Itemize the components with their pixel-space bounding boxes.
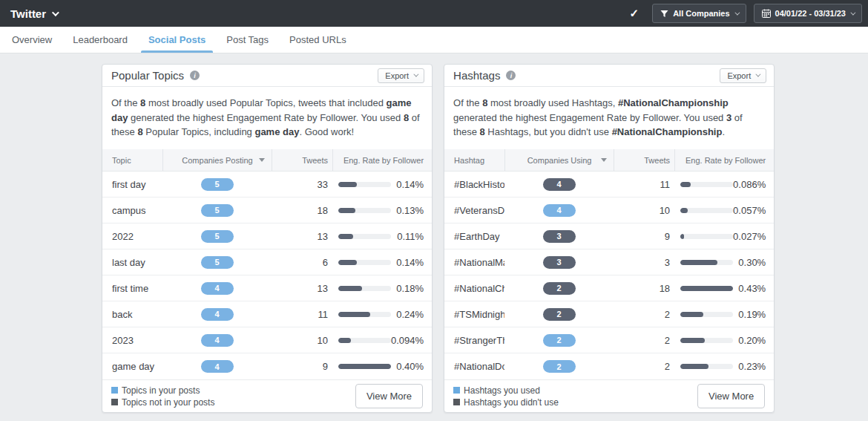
export-button[interactable]: Export <box>378 68 424 83</box>
top-bar: Twitter ✓ All Companies 04/01/22 - 03/31… <box>0 0 868 27</box>
companies-filter-label: All Companies <box>673 9 729 18</box>
popular-topics-card: Popular Topics i Export Of the 8 most br… <box>102 64 433 413</box>
sort-caret-icon[interactable] <box>259 158 265 162</box>
eng-rate-value: 0.18% <box>391 283 424 294</box>
table-row: first time 4 13 0.18% <box>102 275 432 301</box>
companies-count-pill: 4 <box>201 282 234 295</box>
eng-rate-bar-fill <box>680 364 708 369</box>
tweets-count: 2 <box>614 309 674 320</box>
card-title: Hashtags <box>453 69 500 82</box>
eng-rate-value: 0.40% <box>391 361 424 372</box>
column-header-companies-posting[interactable]: Companies Posting <box>162 149 272 171</box>
legend-label: Topics not in your posts <box>122 397 214 408</box>
export-label: Export <box>727 71 751 80</box>
row-label: #NationalDogDay <box>444 361 504 372</box>
legend-label: Hashtags you used <box>464 385 540 396</box>
tab-overview[interactable]: Overview <box>1 27 62 53</box>
legend-swatch-blue <box>453 387 460 394</box>
row-label: #NationalChampionship <box>444 283 504 294</box>
eng-rate-bar <box>338 338 391 343</box>
table-row: #VeteransDay 4 10 0.057% <box>444 198 774 223</box>
eng-rate-value: 0.086% <box>733 179 766 190</box>
column-header-companies-using[interactable]: Companies Using <box>504 149 614 171</box>
info-icon[interactable]: i <box>506 71 516 80</box>
eng-rate-value: 0.14% <box>391 257 424 268</box>
eng-rate-bar-fill <box>338 312 370 317</box>
tab-leaderboard[interactable]: Leaderboard <box>62 27 138 53</box>
tweets-count: 11 <box>272 309 332 320</box>
row-label: 2022 <box>102 231 162 242</box>
eng-rate-value: 0.43% <box>733 283 766 294</box>
companies-filter-button[interactable]: All Companies <box>652 4 746 23</box>
tab-post-tags[interactable]: Post Tags <box>216 27 279 53</box>
companies-count-pill: 2 <box>543 360 576 373</box>
eng-rate-bar <box>680 312 733 317</box>
main-content: Popular Topics i Export Of the 8 most br… <box>0 53 868 421</box>
eng-rate-value: 0.027% <box>733 231 766 242</box>
tab-label: Social Posts <box>148 34 206 45</box>
legend-item: Topics in your posts <box>111 385 214 396</box>
check-icon[interactable]: ✓ <box>630 7 640 20</box>
eng-rate-bar-fill <box>680 208 687 213</box>
tweets-count: 3 <box>614 257 674 268</box>
workspace-selector[interactable]: Twitter <box>10 7 57 20</box>
info-icon[interactable]: i <box>190 71 200 80</box>
legend-swatch-dark <box>453 399 460 405</box>
calendar-icon <box>762 9 771 18</box>
card-description: Of the 8 most broadly used Hashtags, #Na… <box>444 87 774 149</box>
chevron-down-icon <box>850 10 855 15</box>
tweets-count: 18 <box>272 205 332 216</box>
legend-swatch-blue <box>111 387 118 394</box>
tweets-count: 10 <box>614 205 674 216</box>
card-description: Of the 8 most broadly used Popular Topic… <box>102 87 432 149</box>
eng-rate-bar-fill <box>338 286 362 291</box>
date-range-button[interactable]: 04/01/22 - 03/31/23 <box>754 4 862 23</box>
legend-label: Hashtags you didn't use <box>464 397 559 408</box>
sort-caret-icon[interactable] <box>601 158 607 162</box>
tweets-count: 2 <box>614 361 674 372</box>
table-row: game day 4 9 0.40% <box>102 353 432 379</box>
tweets-count: 33 <box>272 179 332 190</box>
eng-rate-bar <box>680 260 733 265</box>
companies-count-pill: 4 <box>543 204 576 217</box>
chevron-down-icon <box>756 72 761 77</box>
table-row: first day 5 33 0.14% <box>102 172 432 198</box>
eng-rate-bar-fill <box>680 234 683 239</box>
table-header: Hashtag Companies Using Tweets Eng. Rate… <box>444 149 774 172</box>
row-label: #VeteransDay <box>444 205 504 216</box>
chevron-down-icon <box>734 10 740 15</box>
tab-label: Posted URLs <box>289 34 346 45</box>
view-more-button[interactable]: View More <box>697 384 765 408</box>
hashtags-table-body: #BlackHistoryMonth 4 11 0.086% #Veterans… <box>444 172 774 379</box>
eng-rate-bar <box>680 364 733 369</box>
table-row: campus 5 18 0.13% <box>102 198 432 223</box>
tab-label: Leaderboard <box>73 34 128 45</box>
eng-rate-value: 0.14% <box>391 179 424 190</box>
companies-count-pill: 3 <box>543 230 576 243</box>
tweets-count: 11 <box>614 179 674 190</box>
row-label: #NationalMascotDay <box>444 257 504 268</box>
tab-social-posts[interactable]: Social Posts <box>138 27 216 53</box>
export-button[interactable]: Export <box>720 68 766 83</box>
tab-label: Overview <box>12 34 52 45</box>
eng-rate-value: 0.11% <box>391 231 424 242</box>
companies-count-pill: 4 <box>201 360 234 373</box>
card-footer: Topics in your posts Topics not in your … <box>102 379 432 412</box>
tweets-count: 9 <box>614 231 674 242</box>
export-label: Export <box>385 71 409 80</box>
table-row: #EarthDay 3 9 0.027% <box>444 223 774 249</box>
tweets-count: 6 <box>272 257 332 268</box>
hashtags-card: Hashtags i Export Of the 8 most broadly … <box>444 64 775 413</box>
eng-rate-bar <box>338 208 391 213</box>
tweets-count: 2 <box>614 335 674 346</box>
eng-rate-bar <box>680 234 733 239</box>
eng-rate-value: 0.094% <box>391 335 424 346</box>
tweets-count: 18 <box>614 283 674 294</box>
table-row: #NationalChampionship 2 18 0.43% <box>444 275 774 301</box>
view-more-button[interactable]: View More <box>355 384 423 408</box>
eng-rate-bar-fill <box>338 234 353 239</box>
eng-rate-bar <box>338 312 391 317</box>
chevron-down-icon <box>413 72 418 77</box>
row-label: last day <box>102 257 162 268</box>
tab-posted-urls[interactable]: Posted URLs <box>279 27 357 53</box>
